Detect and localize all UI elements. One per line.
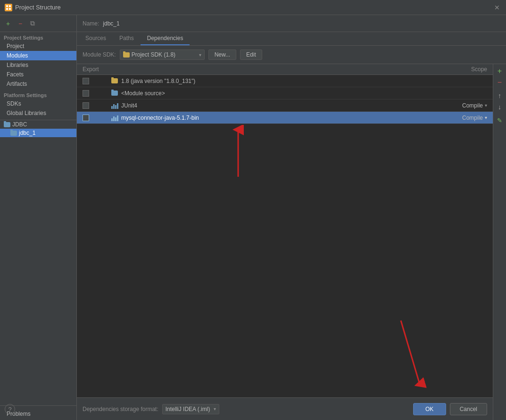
remove-module-button[interactable]: − [15, 18, 25, 29]
bottom-bar: Dependencies storage format: IntelliJ ID… [77, 397, 493, 420]
dep-checkbox-jdk18[interactable] [83, 78, 89, 84]
folder-icon-jdbc [4, 122, 10, 127]
deps-panel: Export Scope 1.8 (java version [77, 64, 506, 420]
close-button[interactable]: ✕ [493, 3, 501, 12]
folder-icon-jdbc1 [10, 131, 17, 136]
dep-icon-junit4 [111, 102, 118, 109]
main-container: + − ⧉ Project Settings Project Modules L… [0, 15, 506, 420]
sidebar-item-modules[interactable]: Modules [0, 51, 76, 60]
edit-dep-button[interactable]: ✎ [495, 115, 505, 125]
dep-row-jdk18[interactable]: 1.8 (java version "1.8.0_131") [77, 75, 493, 87]
window-title: Project Structure [15, 4, 61, 11]
lib-bars-icon-mysql [111, 115, 118, 121]
name-label: Name: [83, 20, 99, 27]
title-bar: Project Structure ✕ [0, 0, 506, 15]
project-label: Project [7, 43, 24, 49]
dep-checkbox-junit4[interactable] [83, 102, 89, 109]
sdk-dropdown-arrow-icon: ▾ [199, 52, 201, 58]
dep-row-junit4[interactable]: JUnit4 Compile ▾ [77, 99, 493, 112]
ok-button[interactable]: OK [413, 403, 446, 415]
copy-module-button[interactable]: ⧉ [27, 18, 38, 29]
dep-checkbox-mysql[interactable] [83, 115, 89, 121]
name-value: jdbc_1 [103, 20, 119, 27]
svg-rect-0 [6, 5, 8, 7]
dep-icon-module-source [111, 90, 118, 97]
sdks-label: SDKs [7, 100, 21, 107]
name-bar: Name: jdbc_1 [77, 15, 506, 32]
sidebar-item-global-libraries[interactable]: Global Libraries [0, 108, 76, 118]
svg-rect-1 [9, 5, 11, 7]
tab-paths[interactable]: Paths [113, 32, 141, 45]
right-actions-panel: + − ↑ ↓ ✎ [493, 64, 506, 420]
platform-settings-label: Platform Settings [0, 89, 76, 99]
dep-icon-mysql [111, 114, 118, 122]
libraries-label: Libraries [7, 62, 28, 68]
tree-item-jdbc[interactable]: JDBC [0, 120, 76, 129]
sidebar-item-sdks[interactable]: SDKs [0, 99, 76, 108]
move-down-button[interactable]: ↓ [495, 102, 505, 112]
artifacts-label: Artifacts [7, 81, 27, 87]
edit-sdk-button[interactable]: Edit [240, 49, 262, 60]
dep-scope-junit4[interactable]: Compile ▾ [445, 102, 487, 109]
export-col-header: Export [83, 66, 111, 73]
tab-sources[interactable]: Sources [79, 32, 113, 45]
tree-label-jdbc: JDBC [12, 121, 27, 128]
deps-list: 1.8 (java version "1.8.0_131") <Module s… [77, 75, 493, 397]
storage-format-select[interactable]: IntelliJ IDEA (.iml) ▾ [162, 404, 220, 414]
module-sdk-label: Module SDK: [83, 51, 116, 58]
add-dep-button[interactable]: + [495, 66, 505, 76]
dep-checkbox-module-source[interactable] [83, 90, 89, 97]
new-sdk-button[interactable]: New... [208, 49, 236, 60]
sidebar-item-libraries[interactable]: Libraries [0, 60, 76, 70]
storage-dropdown-arrow-icon: ▾ [214, 406, 216, 412]
dep-name-jdk18: 1.8 (java version "1.8.0_131") [121, 78, 445, 84]
sidebar-item-project[interactable]: Project [0, 41, 76, 51]
tree-item-jdbc1[interactable]: jdbc_1 [0, 129, 76, 137]
move-up-button[interactable]: ↑ [495, 91, 505, 101]
dep-icon-jdk18 [111, 77, 118, 85]
module-sdk-row: Module SDK: Project SDK (1.8) ▾ New... E… [77, 46, 506, 64]
content-area: Name: jdbc_1 Sources Paths Dependencies … [77, 15, 506, 420]
facets-label: Facets [7, 71, 24, 78]
sdk-select[interactable]: Project SDK (1.8) ▾ [120, 49, 205, 60]
scope-dropdown-arrow-icon: ▾ [485, 103, 487, 108]
svg-rect-2 [6, 8, 8, 10]
dep-scope-mysql[interactable]: Compile ▾ [445, 115, 487, 121]
add-module-button[interactable]: + [3, 18, 13, 29]
global-libraries-label: Global Libraries [7, 110, 46, 116]
cancel-button[interactable]: Cancel [450, 403, 487, 415]
sdk-value: Project SDK (1.8) [132, 51, 197, 58]
app-icon [5, 4, 12, 11]
deps-table-header: Export Scope [77, 64, 493, 75]
sidebar-item-artifacts[interactable]: Artifacts [0, 79, 76, 89]
sidebar-item-facets[interactable]: Facets [0, 70, 76, 79]
scope-dropdown-arrow-mysql-icon: ▾ [485, 115, 487, 120]
project-settings-label: Project Settings [0, 32, 76, 41]
help-button[interactable]: ? [5, 404, 15, 414]
tabs-bar: Sources Paths Dependencies [77, 32, 506, 46]
tree-label-jdbc1: jdbc_1 [19, 130, 35, 136]
scope-col-header: Scope [440, 66, 487, 73]
dep-row-mysql[interactable]: mysql-connector-java-5.1.7-bin Compile ▾ [77, 112, 493, 124]
deps-area: Export Scope 1.8 (java version [77, 64, 493, 420]
sidebar-toolbar: + − ⧉ [0, 15, 76, 32]
sidebar: + − ⧉ Project Settings Project Modules L… [0, 15, 77, 420]
storage-format-label: Dependencies storage format: [83, 406, 158, 412]
dep-row-module-source[interactable]: <Module source> [77, 87, 493, 99]
storage-format-value: IntelliJ IDEA (.iml) [166, 406, 210, 412]
lib-bars-icon [111, 102, 118, 109]
dep-name-mysql: mysql-connector-java-5.1.7-bin [121, 115, 445, 121]
modules-label: Modules [7, 52, 28, 59]
dep-name-junit4: JUnit4 [121, 102, 445, 109]
svg-rect-3 [9, 8, 11, 10]
tab-dependencies[interactable]: Dependencies [141, 32, 190, 45]
remove-dep-button[interactable]: − [495, 77, 505, 88]
dep-name-module-source: <Module source> [121, 90, 445, 97]
dialog-buttons: OK Cancel [223, 403, 487, 415]
